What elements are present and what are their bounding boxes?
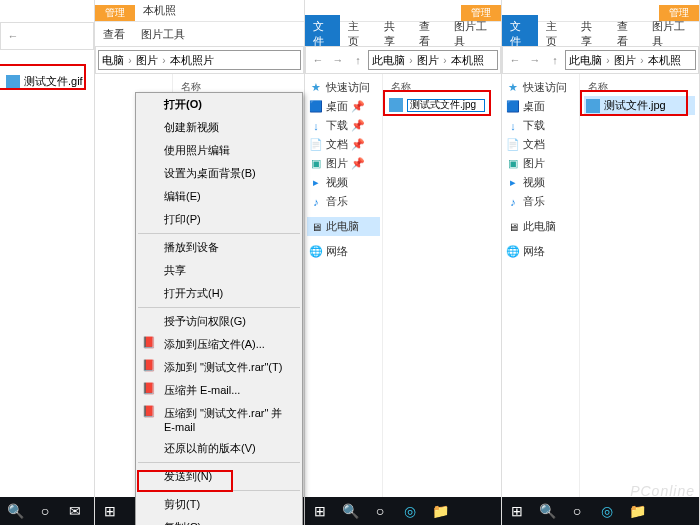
- col-name[interactable]: 名称: [584, 78, 695, 96]
- back-icon[interactable]: ←: [308, 50, 328, 70]
- crumb-local[interactable]: 本机照: [648, 53, 681, 68]
- crumb-pics[interactable]: 图片: [417, 53, 439, 68]
- up-icon[interactable]: ↑: [545, 50, 565, 70]
- start-icon[interactable]: ⊞: [305, 497, 335, 525]
- crumb-pc[interactable]: 电脑: [102, 53, 124, 68]
- cortana-icon[interactable]: ○: [365, 497, 395, 525]
- tab-pic-tools[interactable]: 图片工具: [133, 23, 193, 46]
- tab-this-pic[interactable]: 本机照: [135, 0, 184, 21]
- edge-icon[interactable]: ◎: [592, 497, 622, 525]
- sb-pictures[interactable]: ▣图片: [504, 154, 577, 173]
- quick-access[interactable]: ★快速访问: [307, 78, 380, 97]
- sb-network[interactable]: 🌐网络: [307, 242, 380, 261]
- star-icon: ★: [506, 81, 520, 95]
- ctx-cast[interactable]: 播放到设备: [136, 236, 302, 259]
- sb-downloads[interactable]: ↓下载📌: [307, 116, 380, 135]
- sb-downloads[interactable]: ↓下载: [504, 116, 577, 135]
- address-bar[interactable]: 此电脑 › 图片 › 本机照: [565, 50, 696, 70]
- ctx-access[interactable]: 授予访问权限(G): [136, 310, 302, 333]
- ctx-copy[interactable]: 复制(C): [136, 516, 302, 525]
- ctx-new-video[interactable]: 创建新视频: [136, 116, 302, 139]
- mail-icon[interactable]: ✉: [60, 497, 90, 525]
- ctx-share[interactable]: 共享: [136, 259, 302, 282]
- cortana-icon[interactable]: ○: [562, 497, 592, 525]
- file-row[interactable]: [387, 96, 497, 114]
- crumb-thispc[interactable]: 此电脑: [372, 53, 405, 68]
- sb-desktop[interactable]: 🟦桌面📌: [307, 97, 380, 116]
- forward-icon[interactable]: →: [525, 50, 545, 70]
- start-icon[interactable]: ⊞: [502, 497, 532, 525]
- sb-music[interactable]: ♪音乐: [504, 192, 577, 211]
- chevron-right-icon: ›: [636, 55, 648, 66]
- sb-documents[interactable]: 📄文档: [504, 135, 577, 154]
- search-icon[interactable]: 🔍: [0, 497, 30, 525]
- ctx-add-rar[interactable]: 📕添加到 "测试文件.rar"(T): [136, 356, 302, 379]
- monitor-icon: 🖥: [506, 220, 520, 234]
- sb-documents[interactable]: 📄文档📌: [307, 135, 380, 154]
- separator: [138, 233, 300, 234]
- sb-videos[interactable]: ▸视频: [504, 173, 577, 192]
- ctx-open-with[interactable]: 打开方式(H): [136, 282, 302, 305]
- globe-icon: 🌐: [506, 245, 520, 259]
- ctx-prev-ver[interactable]: 还原以前的版本(V): [136, 437, 302, 460]
- download-icon: ↓: [506, 119, 520, 133]
- sb-network[interactable]: 🌐网络: [504, 242, 577, 261]
- nav-pane: ★快速访问 🟦桌面📌 ↓下载📌 📄文档📌 ▣图片📌 ▸视频 ♪音乐 🖥此电脑 🌐…: [305, 74, 383, 505]
- edge-icon[interactable]: ◎: [395, 497, 425, 525]
- search-icon[interactable]: 🔍: [335, 497, 365, 525]
- ctx-open[interactable]: 打开(O): [136, 93, 302, 116]
- tab-manage[interactable]: 管理: [95, 5, 135, 21]
- ctx-edit[interactable]: 编辑(E): [136, 185, 302, 208]
- image-file-icon: [586, 99, 600, 113]
- video-icon: ▸: [506, 176, 520, 190]
- crumb-pics[interactable]: 图片: [136, 53, 158, 68]
- explorer-icon[interactable]: 📁: [622, 497, 652, 525]
- star-icon: ★: [309, 81, 323, 95]
- up-icon[interactable]: ↑: [348, 50, 368, 70]
- crumb-local[interactable]: 本机照: [451, 53, 484, 68]
- crumb-local[interactable]: 本机照片: [170, 53, 214, 68]
- cortana-icon[interactable]: ○: [30, 497, 60, 525]
- crumb-thispc[interactable]: 此电脑: [569, 53, 602, 68]
- ctx-edit-photos[interactable]: 使用照片编辑: [136, 139, 302, 162]
- sb-videos[interactable]: ▸视频: [307, 173, 380, 192]
- context-menu: 打开(O) 创建新视频 使用照片编辑 设置为桌面背景(B) 编辑(E) 打印(P…: [135, 92, 303, 525]
- col-name[interactable]: 名称: [387, 78, 497, 96]
- separator: [138, 490, 300, 491]
- address-bar[interactable]: 电脑 › 图片 › 本机照片: [98, 50, 301, 70]
- back-icon[interactable]: ←: [505, 50, 525, 70]
- sb-music[interactable]: ♪音乐: [307, 192, 380, 211]
- ctx-add-zip[interactable]: 📕添加到压缩文件(A)...: [136, 333, 302, 356]
- pin-icon: 📌: [351, 138, 365, 152]
- back-icon[interactable]: ←: [3, 26, 23, 46]
- store-icon[interactable]: ⊞: [95, 497, 125, 525]
- sb-desktop[interactable]: 🟦桌面: [504, 97, 577, 116]
- desktop-icon: 🟦: [309, 100, 323, 114]
- address-bar[interactable]: 此电脑 › 图片 › 本机照: [368, 50, 498, 70]
- chevron-right-icon: ›: [439, 55, 451, 66]
- rar-icon: 📕: [142, 359, 156, 373]
- ctx-zip-rar-email[interactable]: 📕压缩到 "测试文件.rar" 并 E-mail: [136, 402, 302, 437]
- file-row[interactable]: 测试文件.jpg: [584, 96, 695, 115]
- ctx-cut[interactable]: 剪切(T): [136, 493, 302, 516]
- sb-thispc[interactable]: 🖥此电脑: [307, 217, 380, 236]
- search-icon[interactable]: 🔍: [532, 497, 562, 525]
- globe-icon: 🌐: [309, 245, 323, 259]
- ctx-print[interactable]: 打印(P): [136, 208, 302, 231]
- forward-icon[interactable]: →: [328, 50, 348, 70]
- download-icon: ↓: [309, 119, 323, 133]
- image-file-icon: [6, 75, 20, 89]
- explorer-icon[interactable]: 📁: [425, 497, 455, 525]
- ctx-zip-email[interactable]: 📕压缩并 E-mail...: [136, 379, 302, 402]
- watermark: PConline: [630, 483, 695, 499]
- file-row[interactable]: 测试文件.gif: [4, 72, 90, 91]
- ctx-send-to[interactable]: 发送到(N): [136, 465, 302, 488]
- sb-thispc[interactable]: 🖥此电脑: [504, 217, 577, 236]
- crumb-pics[interactable]: 图片: [614, 53, 636, 68]
- rename-input[interactable]: [407, 99, 485, 112]
- ctx-set-bg[interactable]: 设置为桌面背景(B): [136, 162, 302, 185]
- tab-view[interactable]: 查看: [95, 23, 133, 46]
- pin-icon: 📌: [351, 157, 365, 171]
- sb-pictures[interactable]: ▣图片📌: [307, 154, 380, 173]
- quick-access[interactable]: ★快速访问: [504, 78, 577, 97]
